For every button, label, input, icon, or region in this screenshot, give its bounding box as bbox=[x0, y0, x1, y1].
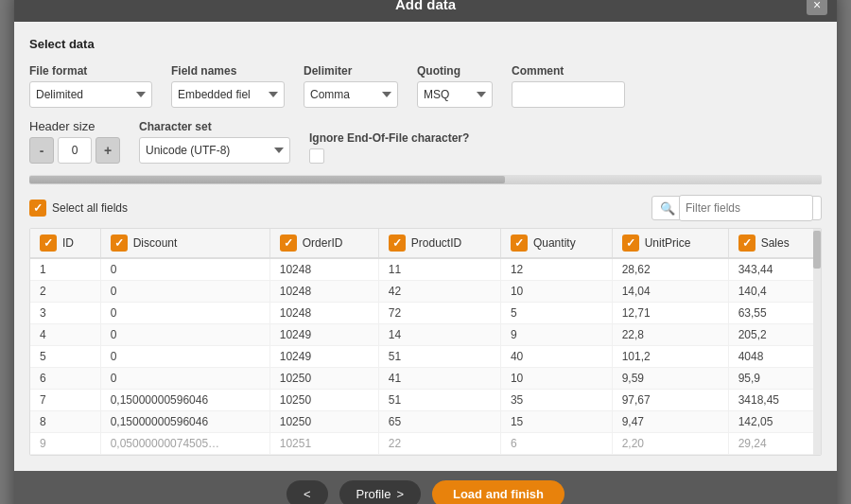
col-label-col-sales: Sales bbox=[761, 236, 790, 250]
filter-input[interactable] bbox=[679, 195, 813, 221]
table-cell: 140,4 bbox=[728, 281, 821, 303]
quoting-label: Quoting bbox=[417, 64, 493, 78]
table-row: 50102495140101,24048 bbox=[30, 346, 821, 368]
table-cell: 10250 bbox=[269, 390, 378, 411]
table-cell: 1 bbox=[30, 258, 100, 281]
table-cell: 3418,45 bbox=[728, 390, 821, 411]
comment-group: Comment bbox=[512, 64, 625, 108]
col-checkbox-col-id[interactable]: ✓ bbox=[40, 235, 57, 252]
table-cell: 4 bbox=[30, 324, 100, 346]
col-checkbox-col-sales[interactable]: ✓ bbox=[738, 235, 755, 252]
table-cell: 72 bbox=[378, 303, 500, 324]
table-cell: 40 bbox=[500, 346, 612, 368]
table-cell: 9 bbox=[500, 324, 612, 346]
col-label-col-unitprice: UnitPrice bbox=[645, 236, 691, 250]
table-cell: 95,9 bbox=[728, 368, 821, 390]
field-names-label: Field names bbox=[171, 64, 285, 78]
col-label-col-productid: ProductID bbox=[411, 236, 461, 250]
col-label-col-quantity: Quantity bbox=[533, 236, 576, 250]
col-header-col-productid: ✓ProductID bbox=[378, 229, 500, 258]
table-cell: 10250 bbox=[269, 368, 378, 390]
table-row: 90,05000000074505…102512262,2029,24 bbox=[30, 433, 821, 455]
table-cell: 0,15000000596046 bbox=[100, 390, 269, 411]
table-cell: 14,04 bbox=[612, 281, 728, 303]
table-cell: 101,2 bbox=[612, 346, 728, 368]
select-all-label[interactable]: ✓ Select all fields bbox=[29, 200, 128, 217]
table-cell: 10249 bbox=[269, 346, 378, 368]
header-size-input[interactable] bbox=[58, 137, 92, 164]
header-size-controls: - + bbox=[29, 137, 120, 164]
table-cell: 28,62 bbox=[612, 258, 728, 281]
table-row: 401024914922,8205,2 bbox=[30, 324, 821, 346]
quoting-select[interactable]: MSQ bbox=[417, 81, 493, 108]
load-finish-label: Load and finish bbox=[453, 487, 544, 501]
table-cell: 2 bbox=[30, 281, 100, 303]
table-cell: 10249 bbox=[269, 324, 378, 346]
delimiter-select[interactable]: Comma bbox=[304, 81, 398, 108]
table-row: 301024872512,7163,55 bbox=[30, 303, 821, 324]
table-cell: 205,2 bbox=[728, 324, 821, 346]
table-cell: 142,05 bbox=[728, 411, 821, 433]
table-cell: 22,8 bbox=[612, 324, 728, 346]
col-header-col-discount: ✓Discount bbox=[100, 229, 269, 258]
header-plus-button[interactable]: + bbox=[96, 137, 120, 164]
ignore-eof-checkbox[interactable] bbox=[309, 148, 324, 164]
table-cell: 6 bbox=[500, 433, 612, 455]
load-finish-button[interactable]: Load and finish bbox=[432, 480, 564, 504]
delimiter-label: Delimiter bbox=[304, 64, 398, 78]
table-cell: 11 bbox=[378, 258, 500, 281]
modal-header: Add data × bbox=[14, 0, 837, 22]
table-cell: 10250 bbox=[269, 411, 378, 433]
field-names-select[interactable]: Embedded fiel bbox=[171, 81, 285, 108]
select-all-checkbox[interactable]: ✓ bbox=[29, 200, 46, 217]
charset-label: Character set bbox=[139, 120, 290, 133]
col-checkbox-col-productid[interactable]: ✓ bbox=[389, 235, 406, 252]
col-checkbox-col-quantity[interactable]: ✓ bbox=[511, 235, 528, 252]
table-cell: 6 bbox=[30, 368, 100, 390]
data-table: ✓ID✓Discount✓OrderID✓ProductID✓Quantity✓… bbox=[30, 229, 821, 455]
comment-label: Comment bbox=[512, 64, 625, 78]
modal-body: Select data File format Delimited Field … bbox=[14, 22, 837, 471]
col-checkbox-col-unitprice[interactable]: ✓ bbox=[622, 235, 639, 252]
col-header-col-sales: ✓Sales bbox=[728, 229, 821, 258]
horizontal-scrollbar[interactable] bbox=[29, 175, 822, 184]
scrollbar-thumb bbox=[29, 176, 505, 183]
table-cell: 41 bbox=[378, 368, 500, 390]
back-button[interactable]: < bbox=[287, 480, 328, 504]
table-cell: 9,47 bbox=[612, 411, 728, 433]
ignore-eof-group: Ignore End-Of-File character? bbox=[309, 131, 469, 164]
table-cell: 65 bbox=[378, 411, 500, 433]
table-cell: 63,55 bbox=[728, 303, 821, 324]
col-label-col-orderid: OrderID bbox=[303, 236, 343, 250]
profile-button[interactable]: Profile > bbox=[339, 480, 421, 504]
col-checkbox-col-orderid[interactable]: ✓ bbox=[280, 235, 297, 252]
table-header-row: ✓ID✓Discount✓OrderID✓ProductID✓Quantity✓… bbox=[30, 229, 821, 258]
header-minus-button[interactable]: - bbox=[29, 137, 54, 164]
table-cell: 2,20 bbox=[612, 433, 728, 455]
table-cell: 3 bbox=[30, 303, 100, 324]
table-row: 70,1500000059604610250513597,673418,45 bbox=[30, 390, 821, 411]
form-row-2: Header size - + Character set Unicode (U… bbox=[29, 119, 822, 164]
col-checkbox-col-discount[interactable]: ✓ bbox=[111, 235, 128, 252]
delimiter-group: Delimiter Comma bbox=[304, 64, 398, 108]
table-cell: 35 bbox=[500, 390, 612, 411]
table-cell: 0 bbox=[100, 346, 269, 368]
close-button[interactable]: × bbox=[807, 0, 827, 15]
table-cell: 0 bbox=[100, 281, 269, 303]
table-cell: 343,44 bbox=[728, 258, 821, 281]
comment-input[interactable] bbox=[512, 81, 625, 108]
table-cell: 0 bbox=[100, 258, 269, 281]
back-arrow-icon: < bbox=[304, 487, 311, 501]
charset-select[interactable]: Unicode (UTF-8) bbox=[139, 137, 290, 164]
table-cell: 9 bbox=[30, 433, 100, 455]
table-cell: 7 bbox=[30, 390, 100, 411]
file-format-select[interactable]: Delimited bbox=[29, 81, 152, 108]
table-row: 601025041109,5995,9 bbox=[30, 368, 821, 390]
charset-group: Character set Unicode (UTF-8) bbox=[139, 120, 290, 164]
table-cell: 51 bbox=[378, 390, 500, 411]
vertical-scrollbar[interactable] bbox=[813, 229, 821, 455]
table-cell: 0 bbox=[100, 303, 269, 324]
next-arrow-icon: > bbox=[396, 487, 404, 501]
table-cell: 22 bbox=[378, 433, 500, 455]
table-cell: 0,05000000074505… bbox=[100, 433, 269, 455]
